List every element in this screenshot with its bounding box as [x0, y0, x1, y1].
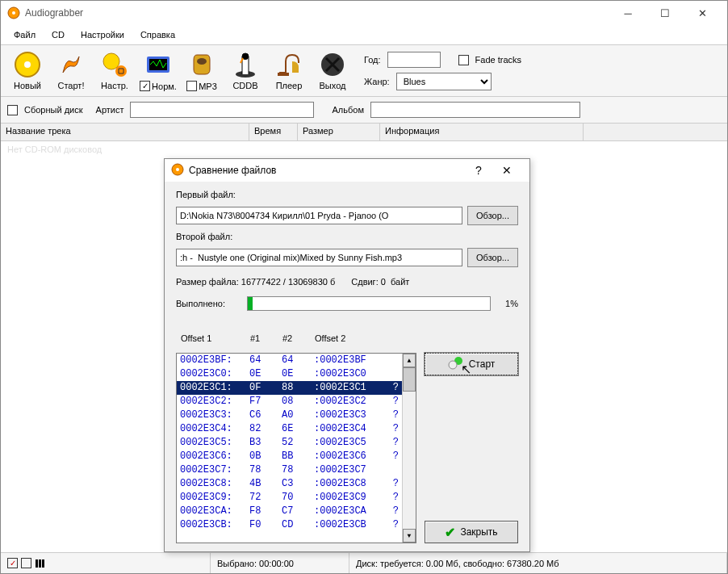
file2-browse-button[interactable]: Обзор... [467, 248, 518, 267]
album-label: Альбом [332, 105, 363, 115]
mp3-icon [187, 50, 216, 79]
percent-value: 1% [499, 299, 518, 308]
year-label: Год: [364, 55, 381, 65]
main-window: Audiograbber ─ ☐ ✕ ФайлCDНастройкиСправк… [0, 0, 728, 574]
toolbar-new-label: Новый [14, 81, 41, 90]
toolbar-player-button[interactable]: Плеер [267, 48, 311, 93]
svg-rect-7 [149, 59, 167, 70]
toolbar-settings-button[interactable]: Настр. [93, 48, 136, 93]
toolbar-mp3-button[interactable]: MP3 [180, 48, 224, 93]
compare-row[interactable]: 0002E3C1:0F88:0002E3C1? [177, 381, 402, 395]
toolbar: НовыйСтарт!Настр.Норм.MP3CDDBПлеерВыход … [1, 44, 727, 97]
toolbar-exit-button[interactable]: Выход [311, 48, 354, 93]
selected-label: Выбрано: [217, 559, 257, 568]
shift-value: 0 [381, 277, 386, 287]
compare-files-dialog: Сравнение файлов ? ✕ Первый файл: Обзор.… [164, 158, 530, 552]
status-check-2[interactable] [21, 558, 31, 568]
file1-label: Первый файл: [176, 190, 518, 199]
close-label: Закрыть [460, 526, 497, 538]
compare-scrollbar[interactable]: ▲ ▼ [402, 354, 416, 543]
close-dialog-button[interactable]: ✔ Закрыть [425, 521, 518, 543]
compilation-label: Сборный диск [24, 105, 83, 115]
hdr-offset1: Offset 1 [181, 333, 250, 343]
compare-row[interactable]: 0002E3C3:C6A0:0002E3C3? [177, 409, 402, 422]
toolbar-mp3-label: MP3 [199, 82, 217, 91]
hdr-offset2: Offset 2 [315, 333, 345, 343]
menu-файл[interactable]: Файл [7, 28, 42, 41]
file2-input[interactable] [176, 249, 462, 266]
selected-value: 00:00:00 [259, 559, 294, 568]
levels-icon[interactable] [35, 558, 45, 568]
file1-browse-button[interactable]: Обзор... [467, 206, 518, 225]
col-time[interactable]: Время [249, 124, 298, 140]
col-size[interactable]: Размер [298, 124, 380, 140]
compare-row[interactable]: 0002E3CB:F0CD:0002E3CB? [177, 518, 402, 532]
compare-row[interactable]: 0002E3C9:7270:0002E3C9? [177, 491, 402, 505]
col-track[interactable]: Название трека [1, 124, 249, 140]
statusbar: Выбрано: 00:00:00 Диск: требуется: 0.00 … [1, 552, 727, 573]
toolbar-cddb-label: CDDB [232, 81, 257, 90]
dialog-close-button[interactable]: ✕ [491, 160, 523, 181]
scroll-down-button[interactable]: ▼ [403, 529, 416, 543]
compare-row[interactable]: 0002E3C7:7878:0002E3C7 [177, 463, 402, 477]
shift-label: Сдвиг: [351, 277, 378, 287]
genre-select[interactable]: Blues [396, 73, 492, 90]
toolbar-norm-checkbox[interactable] [140, 81, 150, 91]
toolbar-norm-button[interactable]: Норм. [136, 48, 180, 93]
toolbar-settings-label: Настр. [101, 81, 128, 90]
compare-row[interactable]: 0002E3C2:F708:0002E3C2? [177, 395, 402, 409]
bytes-label: байт [391, 277, 409, 287]
svg-rect-11 [278, 73, 289, 76]
disk-status: Диск: требуется: 0.00 Мб, свободно: 6738… [349, 553, 727, 573]
check-icon: ✔ [445, 525, 455, 540]
compare-row[interactable]: 0002E3BF:6464:0002E3BF [177, 354, 402, 367]
col-info[interactable]: Информация [380, 124, 584, 140]
hdr-v2: #2 [282, 333, 315, 343]
toolbar-start-button[interactable]: Старт! [49, 48, 93, 93]
status-check-1[interactable] [7, 558, 18, 568]
minimize-button[interactable]: ─ [609, 2, 646, 24]
compare-row[interactable]: 0002E3C0:0E0E:0002E3C0 [177, 367, 402, 381]
file1-input[interactable] [176, 207, 462, 224]
svg-rect-14 [39, 559, 41, 568]
track-list-header: Название трека Время Размер Информация [1, 124, 727, 141]
done-label: Выполнено: [176, 299, 239, 308]
menu-справка[interactable]: Справка [134, 28, 182, 41]
dialog-help-button[interactable]: ? [467, 160, 491, 181]
start-button[interactable]: Старт ↖ [425, 353, 518, 375]
app-icon [7, 6, 20, 19]
maximize-button[interactable]: ☐ [646, 2, 684, 24]
toolbar-norm-label: Норм. [152, 82, 177, 91]
svg-point-4 [103, 53, 119, 69]
menu-cd[interactable]: CD [45, 28, 71, 41]
start-icon [448, 357, 464, 372]
genre-label: Жанр: [364, 77, 390, 86]
year-input[interactable] [387, 52, 441, 68]
compare-list[interactable]: 0002E3BF:6464:0002E3BF0002E3C0:0E0E:0002… [176, 353, 416, 543]
toolbar-new-button[interactable]: Новый [6, 48, 49, 93]
toolbar-start-label: Старт! [58, 81, 85, 90]
toolbar-mp3-checkbox[interactable] [186, 81, 197, 91]
disc-info-row: Сборный диск Артист Альбом [1, 97, 727, 124]
svg-point-1 [12, 11, 15, 15]
menu-настройки[interactable]: Настройки [74, 28, 131, 41]
no-cd-text: Нет CD-ROM дисковод [1, 141, 727, 157]
close-button[interactable]: ✕ [684, 2, 721, 24]
hdr-v1: #1 [250, 333, 282, 343]
album-input[interactable] [370, 102, 580, 118]
toolbar-cddb-button[interactable]: CDDB [224, 48, 267, 93]
compilation-checkbox[interactable] [7, 105, 18, 115]
compare-row[interactable]: 0002E3C5:B352:0002E3C5? [177, 436, 402, 450]
compare-row[interactable]: 0002E3C6:0BBB:0002E3C6? [177, 450, 402, 463]
compare-row[interactable]: 0002E3C8:4BC3:0002E3C8? [177, 477, 402, 491]
svg-point-3 [24, 61, 31, 68]
compare-row[interactable]: 0002E3CA:F8C7:0002E3CA? [177, 505, 402, 518]
start-icon [56, 50, 86, 79]
artist-input[interactable] [130, 102, 314, 118]
compare-row[interactable]: 0002E3C4:826E:0002E3C4? [177, 422, 402, 436]
toolbar-player-label: Плеер [276, 81, 303, 90]
scroll-up-button[interactable]: ▲ [403, 354, 416, 367]
fade-tracks-checkbox[interactable] [458, 55, 469, 65]
titlebar: Audiograbber ─ ☐ ✕ [1, 1, 727, 25]
scroll-thumb[interactable] [403, 367, 416, 392]
